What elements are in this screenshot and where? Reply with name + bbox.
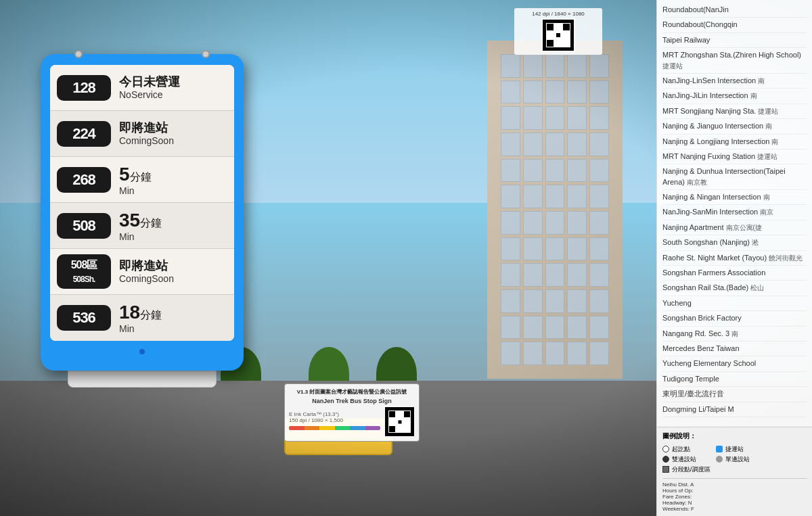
legend-weekends: Weekends: F [662,506,807,512]
legend-row: 起訖點 [662,445,710,454]
route-number-508: 508 [57,213,111,239]
indicator-dot [139,349,145,354]
list-item: South Songshan (Nanjing) 淞 [662,235,807,250]
route-status-268: 5分鐘 Min [119,164,227,196]
legend-single [716,456,723,463]
window [523,133,543,156]
top-qr-area: 142 dpi / 1840 × 1080 [514,8,602,55]
route-status-508sh: 即將進站 ComingSoon [119,259,227,285]
route-minutes-536: 18 [119,302,140,323]
route-status-en-508sh: ComingSoon [119,273,227,284]
window [501,159,520,183]
window [589,106,609,130]
screw-right [202,50,210,58]
info-color-bar [289,426,380,430]
list-item: Songshan Farmers Association [662,266,807,281]
list-item: Nanjing & Jianguo Intersection 南 [662,119,807,134]
route-status-128: 今日未營運 NoService [119,75,227,101]
route-number-536: 536 [57,305,111,331]
window [589,342,609,365]
window [589,237,609,261]
right-panel: Roundabout(NanJin Roundabout(Chongqin Ta… [656,0,812,516]
list-item: Nanjing & Longjiang Intersection 南 [662,135,807,149]
window [523,159,543,183]
legend-info-text: Neihu Dist. A Hours of Op: Fare Zones: H… [662,482,807,512]
route-row-224: 224 即將進站 ComingSoon [50,111,234,157]
bus-display-bottom [50,341,234,357]
list-item: NanJing-SanMin Intersection 南京 [662,205,807,220]
window [545,211,565,235]
legend-row: 分段點/調度區 [662,465,710,474]
window [567,342,587,365]
list-item: Roundabout(Chongqin [662,18,807,32]
list-item: Raohe St. Night Market (Tayou) 饒河街觀光 [662,251,807,266]
list-item: NanJing-LinSen Intersection 南 [662,74,807,89]
route-row-268: 268 5分鐘 Min [50,157,234,203]
window [545,133,565,156]
list-item: Nanjing & Ningan Intersection 南 [662,190,807,205]
window [567,263,587,287]
legend-row: 雙邊設站 [662,455,710,464]
list-item: MRT Nanjing Fuxing Station 捷運站 [662,149,807,164]
window [501,289,520,313]
list-item: Mercedes Benz Taiwan [662,342,807,356]
route-minutes-268: 5 [119,164,130,185]
route-row-536: 536 18分鐘 Min [50,295,234,341]
window [589,289,609,313]
window [501,316,520,339]
window [589,159,609,183]
window [567,237,587,261]
window [545,185,565,208]
route-row-128: 128 今日未營運 NoService [50,65,234,111]
window [567,185,587,208]
legend-title: 圖例說明： [662,431,807,441]
legend-label: 分段點/調度區 [672,465,710,474]
legend-mrt [716,446,723,452]
route-number-508sh: 508區508Sh. [57,254,111,288]
legend-dot-start [662,446,669,452]
legend-label: 雙邊設站 [672,455,696,464]
list-item: MRT Zhongshan Sta.(Zhiren High School) 捷… [662,48,807,74]
route-list: Roundabout(NanJin Roundabout(Chongqin Ta… [657,0,812,420]
list-item: Dongming Li/Taipei M [662,402,807,417]
info-sign-qr [384,406,415,437]
window [589,211,609,235]
window [545,54,565,78]
list-item: Nanjing Apartment 南京公寓(捷 [662,220,807,235]
route-minutes-508: 35 [119,210,140,231]
legend-dot-segment [662,466,669,473]
window [523,211,543,235]
bus-display-panel: 128 今日未營運 NoService 224 即將進站 ComingSoon … [41,54,244,371]
window [501,342,520,365]
route-unit-508: 分鐘 [140,217,162,229]
window [567,54,587,78]
yucheng-elementary-school-item: Yucheng Elementary School [662,356,807,371]
top-qr-spec: 142 dpi / 1840 × 1080 [517,11,600,17]
building-windows [501,54,609,365]
window [545,263,565,287]
window [523,80,543,104]
bus-display-container: 128 今日未營運 NoService 224 即將進站 ComingSoon … [41,54,244,388]
route-status-en-508: Min [119,231,227,242]
legend-info: Neihu Dist. A Hours of Op: Fare Zones: H… [662,478,807,512]
route-unit-536: 分鐘 [140,309,162,321]
window [567,316,587,339]
info-sign-subtitle: NanJen Trek Bus Stop Sign [289,398,415,404]
window [545,289,565,313]
bus-display-base [68,371,217,388]
window [501,263,520,287]
legend-box: 圖例說明： 起訖點 雙邊設站 分段點/調度區 捷運站 [657,427,812,516]
window [545,106,565,130]
window [545,80,565,104]
list-item: NanJing-JiLin Intersection 南 [662,89,807,103]
info-sign-spec2: 150 dpi / 1080 × 1,500 [289,417,380,423]
list-item: Nangang Rd. Sec. 3 南 [662,327,807,342]
window [589,133,609,156]
window [523,185,543,208]
list-item: Tudigong Temple [662,372,807,387]
list-item: Nanjing & Dunhua Intersection(Taipei Are… [662,164,807,190]
legend-fare: Fare Zones: [662,494,807,500]
legend-label: 捷運站 [725,445,744,454]
legend-hours: Hours of Op: [662,488,807,494]
building [487,41,623,379]
